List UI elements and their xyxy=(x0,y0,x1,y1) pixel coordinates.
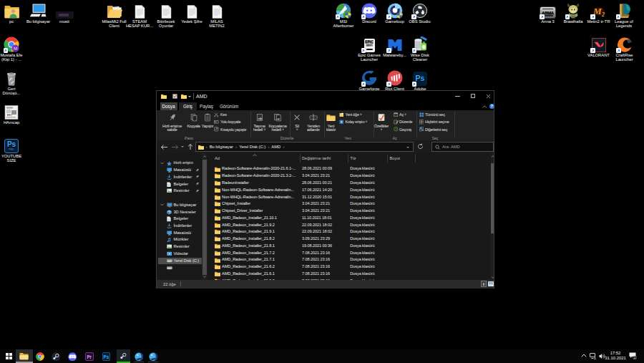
svg-text:M: M xyxy=(14,47,17,51)
